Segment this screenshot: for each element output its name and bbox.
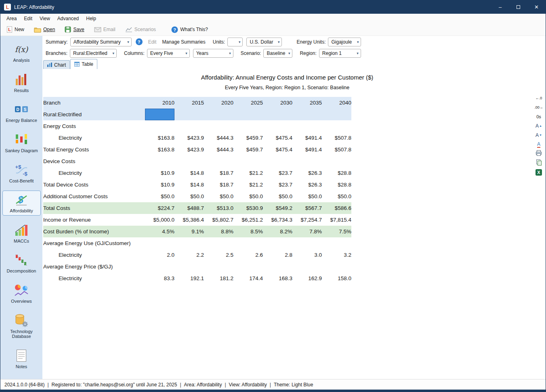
maximize-button[interactable] <box>509 0 527 14</box>
table-cell[interactable] <box>145 155 174 167</box>
selected-cell[interactable] <box>145 109 174 120</box>
table-cell[interactable] <box>174 237 204 249</box>
table-cell[interactable]: $23.7 <box>263 179 292 191</box>
table-cell[interactable]: $18.7 <box>204 179 233 191</box>
table-cell[interactable] <box>204 120 233 132</box>
table-cell[interactable] <box>174 155 204 167</box>
table-cell[interactable]: $23.7 <box>263 167 292 179</box>
table-cell[interactable]: $459.7 <box>233 144 263 155</box>
table-cell[interactable]: $26.3 <box>292 167 322 179</box>
table-cell[interactable]: $224.7 <box>145 202 174 214</box>
show-zeros-button[interactable]: 0s <box>533 113 544 120</box>
table-cell[interactable]: $586.6 <box>322 202 351 214</box>
table-cell[interactable]: $530.9 <box>233 202 263 214</box>
table-cell[interactable]: $163.8 <box>145 144 174 155</box>
table-cell[interactable]: $491.4 <box>292 132 322 144</box>
menu-area[interactable]: Area <box>3 15 20 23</box>
table-cell[interactable]: 7.5% <box>322 226 351 237</box>
table-cell[interactable]: $18.7 <box>204 167 233 179</box>
table-cell[interactable] <box>292 261 322 273</box>
branches-select[interactable]: Rural:Electrified ▾ <box>70 49 117 58</box>
sidebar-item-notes[interactable]: Notes <box>2 346 41 371</box>
table-cell[interactable] <box>233 237 263 249</box>
table-cell[interactable]: 2.0 <box>145 249 174 261</box>
manage-summaries-button[interactable]: Manage Summaries <box>162 39 205 45</box>
table-cell[interactable]: $549.2 <box>263 202 292 214</box>
table-cell[interactable]: 8.5% <box>233 226 263 237</box>
table-cell[interactable]: 83.3 <box>145 273 174 284</box>
table-cell[interactable]: $5,386.4 <box>174 214 204 226</box>
sidebar-item-decomposition[interactable]: Decomposition <box>2 251 41 276</box>
sidebar-item-sankey-diagram[interactable]: Sankey Diagram <box>2 130 41 155</box>
table-cell[interactable] <box>263 261 292 273</box>
table-cell[interactable]: $28.8 <box>322 179 351 191</box>
table-cell[interactable]: $10.9 <box>145 167 174 179</box>
table-cell[interactable]: 181.2 <box>204 273 233 284</box>
table-cell[interactable]: 3.0 <box>292 249 322 261</box>
decimals-increase-button[interactable]: .00→ <box>533 103 544 111</box>
table-cell[interactable]: 192.1 <box>174 273 204 284</box>
table-cell[interactable]: $50.0 <box>174 191 204 202</box>
table-cell[interactable] <box>263 237 292 249</box>
copy-button[interactable] <box>533 159 544 167</box>
font-increase-button[interactable]: A▲ <box>533 122 544 130</box>
table-cell[interactable] <box>204 155 233 167</box>
table-cell[interactable]: $567.7 <box>292 202 322 214</box>
table-cell[interactable]: $444.3 <box>204 132 233 144</box>
print-button[interactable] <box>533 150 544 157</box>
table-cell[interactable]: 9.1% <box>174 226 204 237</box>
menu-help[interactable]: Help <box>82 15 100 23</box>
table-cell[interactable] <box>233 120 263 132</box>
table-cell[interactable]: 8.8% <box>204 226 233 237</box>
table-cell[interactable]: $459.7 <box>233 132 263 144</box>
table-cell[interactable] <box>322 155 351 167</box>
table-cell[interactable] <box>322 237 351 249</box>
table-cell[interactable]: $21.2 <box>233 179 263 191</box>
table-cell[interactable]: 8.2% <box>263 226 292 237</box>
table-cell[interactable]: $6,251.2 <box>233 214 263 226</box>
table-cell[interactable] <box>145 261 174 273</box>
tab-table[interactable]: Table <box>70 59 97 69</box>
region-select[interactable]: Region 1 ▾ <box>319 49 361 58</box>
table-cell[interactable] <box>174 120 204 132</box>
table-cell[interactable]: 2.2 <box>174 249 204 261</box>
decimals-decrease-button[interactable]: ←.0 <box>533 94 544 102</box>
table-cell[interactable]: 168.3 <box>263 273 292 284</box>
save-button[interactable]: Save <box>62 25 87 34</box>
units-scale-select[interactable]: ▾ <box>227 38 243 46</box>
table-cell[interactable]: $7,254.7 <box>292 214 322 226</box>
sidebar-item-maccs[interactable]: MACCs <box>2 221 41 246</box>
table-cell[interactable]: $7,815.4 <box>322 214 351 226</box>
table-cell[interactable]: 2.8 <box>263 249 292 261</box>
table-cell[interactable] <box>204 237 233 249</box>
table-cell[interactable]: $50.0 <box>204 191 233 202</box>
table-cell[interactable]: $475.4 <box>263 144 292 155</box>
table-cell[interactable] <box>145 237 174 249</box>
sidebar-item-cost-benefit[interactable]: +$-$ Cost-Benefit <box>2 161 41 186</box>
table-cell[interactable]: $28.8 <box>322 167 351 179</box>
table-cell[interactable]: 174.4 <box>233 273 263 284</box>
table-cell[interactable] <box>263 109 292 120</box>
table-cell[interactable] <box>292 237 322 249</box>
table-cell[interactable]: $5,802.7 <box>204 214 233 226</box>
table-cell[interactable] <box>204 109 233 120</box>
table-cell[interactable]: $423.9 <box>174 132 204 144</box>
table-cell[interactable] <box>233 109 263 120</box>
table-cell[interactable] <box>292 155 322 167</box>
table-cell[interactable]: $50.0 <box>145 191 174 202</box>
open-button[interactable]: Open <box>31 25 58 34</box>
table-cell[interactable] <box>322 120 351 132</box>
edit-button[interactable]: Edit <box>148 39 157 45</box>
table-cell[interactable] <box>263 155 292 167</box>
sidebar-item-overviews[interactable]: Overviews <box>2 281 41 306</box>
table-cell[interactable]: $50.0 <box>292 191 322 202</box>
menu-advanced[interactable]: Advanced <box>54 15 82 23</box>
table-cell[interactable]: $513.0 <box>204 202 233 214</box>
table-cell[interactable]: $14.8 <box>174 167 204 179</box>
table-cell[interactable]: $50.0 <box>233 191 263 202</box>
sidebar-item-technology-database[interactable]: Technology Database <box>2 311 41 341</box>
energy-units-select[interactable]: Gigajoule ▾ <box>328 38 361 46</box>
table-cell[interactable]: 2.6 <box>233 249 263 261</box>
table-cell[interactable]: $444.3 <box>204 144 233 155</box>
email-button[interactable]: Email <box>91 25 118 34</box>
